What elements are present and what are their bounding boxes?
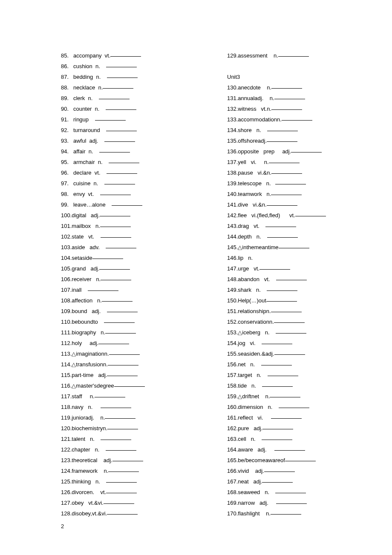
vocab-entry: 148.abandon vt. [227,274,368,285]
fill-blank [266,301,297,302]
vocab-entry: 141.dive vi.&n. [227,199,368,210]
entry-text: pure adj. [238,425,262,431]
vocab-entry: 99. leave…alone [61,199,189,210]
entry-number: 101. [61,223,72,229]
fill-blank [101,408,131,408]
entry-text: holy adj. [72,340,98,346]
entry-text: seaweed n. [238,489,275,495]
entry-number: 127. [61,500,72,506]
vocab-entry: 160.dimension n. [227,402,368,412]
entry-text: narrow adj. [238,500,276,506]
entry-text: awful adj. [73,138,104,144]
vocab-entry: 118.navy n. [61,402,189,412]
entry-number: 123. [61,457,72,463]
fill-blank [108,365,138,365]
entry-text: jog vi. [238,340,262,346]
fill-blank [108,472,139,472]
fill-blank [110,56,141,57]
vocab-entry: 153.△iceberg n. [227,327,368,338]
entry-text: affection n. [72,297,102,304]
vocab-entry: 143.drag vt. [227,221,368,231]
entry-text: staff n. [72,393,94,400]
vocab-entry: 98. envy vt. [61,189,189,199]
vocab-entry: 151.relationshipn. [227,306,368,316]
entry-number: 100. [61,212,72,219]
vocab-entry: 91. ringup [61,114,189,125]
entry-number: 155. [227,351,238,357]
vocab-entry: 106.receiver n. [61,274,189,285]
fill-blank [259,269,290,270]
document-page: 85. accompany vt.86. cushion n. 87. bedd… [0,0,392,555]
fill-blank [107,78,138,78]
vocab-entry: 125.thinking n. [61,476,189,487]
vocab-entry: 93. awful adj. [61,135,189,146]
vocab-entry: 113.△imaginationn. [61,348,189,359]
vocab-entry: 103.aside adv. [61,242,189,253]
entry-text: shark n. [238,287,267,293]
entry-text: accompany vt. [73,52,110,59]
fill-blank [109,354,140,355]
entry-text: navy n. [72,404,100,410]
fill-blank [278,56,309,57]
entry-number: 126. [61,489,72,495]
vocab-entry: 108.affection n. [61,295,189,306]
fill-blank [105,333,136,334]
entry-number: 113. [61,351,72,357]
entry-text: △master'sdegree [72,382,114,389]
vocab-entry: 152.conservationn. [227,316,368,327]
entry-number: 151. [227,308,238,314]
fill-blank [271,418,302,419]
entry-text: setaside [72,255,92,261]
entry-text: envy vt. [73,191,100,197]
entry-number: 169. [227,500,238,506]
vocab-entry: 147.urge vt. [227,263,368,274]
fill-blank [114,386,145,387]
vocab-entry: 144.depth n. [227,231,368,242]
entry-number: 165. [227,457,238,463]
fill-blank [262,482,293,483]
entry-number: 134. [227,127,238,133]
entry-number: 139. [227,180,238,187]
fill-blank [279,408,309,408]
fill-blank [295,216,326,216]
fill-blank [104,322,135,323]
vocab-entry: 90. counter n. [61,104,189,114]
vocab-entry: 110.beboundto [61,316,189,327]
two-column-layout: 85. accompany vt.86. cushion n. 87. bedd… [61,50,358,519]
fill-blank [106,493,137,493]
fill-blank [276,333,306,334]
entry-text: obey vt.&vi. [72,500,103,506]
entry-number: 111. [61,329,72,336]
entry-number: 124. [61,468,72,474]
entry-number: 147. [227,265,238,272]
vocab-entry: 122.chapter n. [61,444,189,455]
vocab-entry: 124.framework n. [61,466,189,476]
vocab-entry: 129.assessment n. [227,50,368,61]
fill-blank [274,322,305,323]
vocab-entry: 92. turnaround [61,125,189,135]
entry-text: cuisine n. [73,180,104,187]
entry-number: 118. [61,404,72,410]
fill-blank [101,280,131,280]
fill-blank [98,344,129,344]
vocab-entry: 137.yell vi. n. [227,157,368,167]
vocab-entry: 120.biochemistryn. [61,423,189,434]
entry-number: 96. [61,170,73,176]
entry-number: 104. [61,255,72,261]
fill-blank [274,450,305,451]
vocab-entry: 104.setaside [61,253,189,263]
vocab-entry: 117.staff n. [61,391,189,402]
entry-number: 98. [61,191,73,197]
entry-number: 137. [227,159,238,165]
entry-text: clerk n. [73,95,99,101]
entry-number: 95. [61,159,73,165]
vocab-entry: 149.shark n. [227,285,368,295]
entry-text: counter n. [73,106,106,112]
entry-number: 90. [61,106,73,112]
entry-text: talent n. [72,436,101,442]
entry-text: △imaginationn. [72,351,109,357]
entry-number: 158. [227,382,238,389]
vocab-entry: 88. necklace n. [61,82,189,93]
entry-number: 154. [227,340,238,346]
entry-number: 93. [61,138,73,144]
